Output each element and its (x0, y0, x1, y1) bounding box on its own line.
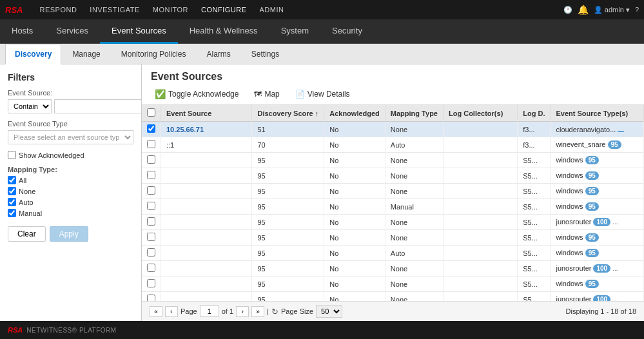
col-event-source[interactable]: Event Source (161, 105, 252, 122)
table-row[interactable]: 95 No Auto S5... windows95 (142, 246, 644, 261)
tab-settings[interactable]: Settings (242, 44, 289, 64)
mapping-manual-checkbox[interactable] (8, 209, 16, 217)
user-menu[interactable]: 👤 admin ▾ (594, 6, 630, 14)
toolbar: ✅ Toggle Acknowledge 🗺 Map 📄 View Detail… (151, 88, 635, 101)
row-checkbox[interactable] (142, 292, 161, 302)
row-checkbox[interactable] (142, 199, 161, 215)
table-row[interactable]: 95 No Manual S5... windows95 (142, 199, 644, 215)
row-checkbox[interactable] (142, 246, 161, 261)
nav-configure[interactable]: CONFIGURE (195, 0, 253, 19)
refresh-btn[interactable]: ↻ (271, 307, 278, 316)
tab-hosts[interactable]: Hosts (0, 19, 44, 44)
nav-respond[interactable]: RESPOND (33, 0, 83, 19)
row-check-input[interactable] (147, 264, 155, 272)
view-details-icon: 📄 (295, 90, 305, 99)
event-source-type-select[interactable]: Please select an event source type (8, 130, 133, 144)
row-checkbox[interactable] (142, 153, 161, 168)
last-page-btn[interactable]: » (251, 306, 264, 317)
clear-button[interactable]: Clear (8, 226, 46, 242)
tab-monitoring-policies[interactable]: Monitoring Policies (112, 44, 196, 64)
tab-services[interactable]: Services (44, 19, 100, 44)
page-size-select[interactable]: 50 (316, 305, 342, 318)
table-row[interactable]: 95 No None S5... junosrouter100 ... (142, 215, 644, 230)
next-page-btn[interactable]: › (236, 306, 249, 317)
tab-system[interactable]: System (269, 19, 320, 44)
table-row[interactable]: 10.25.66.71 51 No None f3... clouderanav… (142, 122, 644, 137)
row-check-input[interactable] (147, 124, 155, 133)
event-source-input[interactable] (54, 99, 142, 113)
type-badge: 100 (593, 295, 610, 301)
row-map: None (385, 168, 443, 184)
select-all-checkbox[interactable] (147, 108, 155, 117)
row-checkbox[interactable] (142, 168, 161, 184)
show-acknowledged-checkbox[interactable] (8, 151, 16, 159)
col-log-collector[interactable]: Log Collector(s) (443, 105, 517, 122)
second-navbar: Hosts Services Event Sources Health & We… (0, 19, 644, 44)
row-map: Manual (385, 199, 443, 215)
col-discovery-score[interactable]: Discovery Score ↑ (252, 105, 324, 122)
row-type: junosrouter100 ... (551, 215, 644, 230)
tab-alarms[interactable]: Alarms (197, 44, 240, 64)
row-checkbox[interactable] (142, 215, 161, 230)
row-check-input[interactable] (147, 233, 155, 241)
page-of-label: of 1 (222, 307, 233, 315)
contain-select[interactable]: Contain (8, 99, 52, 113)
first-page-btn[interactable]: « (150, 306, 162, 317)
alert-icon[interactable]: 🔔 (578, 5, 589, 15)
filter-actions: Clear Apply (8, 226, 133, 242)
tab-security[interactable]: Security (320, 19, 374, 44)
type-badge: 95 (585, 249, 599, 257)
row-check-input[interactable] (147, 202, 155, 210)
table-row[interactable]: 95 No None S5... windows95 (142, 153, 644, 168)
nav-investigate[interactable]: INVESTIGATE (83, 0, 146, 19)
row-checkbox[interactable] (142, 230, 161, 246)
tab-health-wellness[interactable]: Health & Wellness (178, 19, 269, 44)
prev-page-btn[interactable]: ‹ (165, 306, 178, 317)
table-row[interactable]: 95 No None S5... windows95 (142, 184, 644, 199)
row-check-input[interactable] (147, 295, 155, 301)
col-mapping-type[interactable]: Mapping Type (385, 105, 443, 122)
clock-icon[interactable]: 🕐 (563, 6, 572, 14)
row-score: 70 (252, 137, 324, 153)
row-score: 95 (252, 153, 324, 168)
col-acknowledged[interactable]: Acknowledged (324, 105, 385, 122)
table-row[interactable]: 95 No None S5... windows95 (142, 168, 644, 184)
nav-admin[interactable]: ADMIN (253, 0, 291, 19)
col-event-source-type[interactable]: Event Source Type(s) (551, 105, 644, 122)
col-log-d[interactable]: Log D. (518, 105, 551, 122)
map-btn[interactable]: 🗺 Map (250, 88, 283, 100)
row-check-input[interactable] (147, 186, 155, 195)
separator: | (267, 307, 269, 315)
row-check-input[interactable] (147, 279, 155, 287)
row-checkbox[interactable] (142, 276, 161, 292)
row-check-input[interactable] (147, 155, 155, 164)
row-checkbox[interactable] (142, 261, 161, 276)
page-number-input[interactable] (200, 305, 219, 317)
row-check-input[interactable] (147, 171, 155, 179)
tab-manage[interactable]: Manage (63, 44, 110, 64)
table-row[interactable]: ::1 70 No Auto f3... winevent_snare95 (142, 137, 644, 153)
row-checkbox[interactable] (142, 137, 161, 153)
table-row[interactable]: 95 No None S5... windows95 (142, 230, 644, 246)
row-checkbox[interactable] (142, 122, 161, 137)
row-check-input[interactable] (147, 217, 155, 226)
top-navbar: RSA RESPOND INVESTIGATE MONITOR CONFIGUR… (0, 0, 644, 19)
row-checkbox[interactable] (142, 184, 161, 199)
toggle-acknowledge-btn[interactable]: ✅ Toggle Acknowledge (151, 88, 242, 101)
table-row[interactable]: 95 No None S5... windows95 (142, 276, 644, 292)
mapping-auto-checkbox[interactable] (8, 198, 16, 206)
tab-event-sources[interactable]: Event Sources (100, 19, 178, 44)
row-check-input[interactable] (147, 248, 155, 257)
table-row[interactable]: 95 No None S5... junosrouter100 ... (142, 292, 644, 302)
apply-button[interactable]: Apply (50, 226, 88, 242)
view-details-btn[interactable]: 📄 View Details (291, 88, 354, 100)
mapping-none-checkbox[interactable] (8, 187, 16, 195)
table-row[interactable]: 95 No None S5... junosrouter100 ... (142, 261, 644, 276)
row-type: windows95 (551, 153, 644, 168)
row-check-input[interactable] (147, 140, 155, 148)
mapping-all-checkbox[interactable] (8, 176, 16, 184)
event-source-type-filter: Event Source Type Please select an event… (8, 120, 133, 144)
tab-discovery[interactable]: Discovery (5, 44, 61, 64)
nav-monitor[interactable]: MONITOR (146, 0, 195, 19)
help-icon[interactable]: ? (635, 6, 639, 14)
